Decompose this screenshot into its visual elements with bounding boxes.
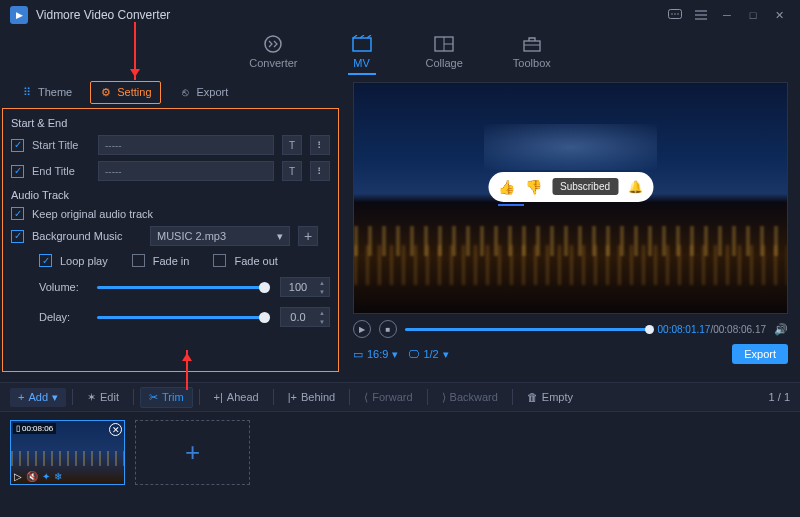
add-button[interactable]: +Add ▾ [10,388,66,407]
start-title-input[interactable]: ----- [98,135,274,155]
behind-icon: |+ [288,391,297,403]
svg-rect-12 [524,41,540,51]
volume-slider[interactable] [97,286,270,289]
toolbox-icon [521,33,543,55]
edit-button[interactable]: ✶Edit [79,388,127,407]
volume-spinner[interactable]: 100 ▲▼ [280,277,330,297]
delay-spinner[interactable]: 0.0 ▲▼ [280,307,330,327]
page-indicator: 1 / 1 [769,391,790,403]
minimize-button[interactable]: ─ [716,7,738,23]
behind-button[interactable]: |+Behind [280,388,344,406]
menu-icon[interactable] [690,7,712,23]
collage-icon [433,33,455,55]
mode-mv[interactable]: MV [348,33,376,75]
mode-toolbox[interactable]: Toolbox [513,33,551,75]
volume-up-icon[interactable]: ▲ [315,278,329,287]
svg-rect-8 [353,38,371,51]
clip-thumbnail[interactable]: ▯00:08:06 ✕ ▷ 🔇 ✦ ❄ [10,420,125,485]
add-music-button[interactable]: + [298,226,318,246]
progress-bar[interactable] [405,328,650,331]
settings-panel: Start & End Start Title ----- T ⠇ End Ti… [2,108,339,372]
delay-label: Delay: [39,311,87,323]
aspect-select[interactable]: ▭16:9 ▾ [353,348,398,361]
scissors-icon: ✂ [149,391,158,404]
mode-converter[interactable]: Converter [249,33,297,75]
chevron-down-icon: ▾ [443,348,449,361]
split-select[interactable]: 🖵1/2 ▾ [408,348,448,361]
thumb-duration: ▯00:08:06 [13,423,56,434]
volume-value: 100 [281,281,315,293]
delay-down-icon[interactable]: ▼ [315,317,329,326]
section-audio-track: Audio Track [11,189,330,201]
bg-music-checkbox[interactable] [11,230,24,243]
tab-export-label: Export [197,86,229,98]
mode-collage[interactable]: Collage [426,33,463,75]
svg-point-1 [671,13,673,15]
thumb-play-icon[interactable]: ▷ [14,471,22,482]
mode-toolbox-label: Toolbox [513,57,551,69]
forward-icon: ⟨ [364,391,368,404]
add-clip-button[interactable]: + [135,420,250,485]
film-icon: ▯ [16,424,20,433]
feedback-icon[interactable] [664,7,686,23]
close-button[interactable]: ✕ [768,7,790,23]
tab-setting[interactable]: ⚙ Setting [90,81,160,104]
fade-in-checkbox[interactable] [132,254,145,267]
bg-music-select[interactable]: MUSIC 2.mp3 ▾ [150,226,290,246]
mv-icon [351,33,373,55]
clip-toolbar: +Add ▾ ✶Edit ✂Trim +|Ahead |+Behind ⟨For… [0,382,800,412]
end-title-checkbox[interactable] [11,165,24,178]
keep-original-label: Keep original audio track [32,208,153,220]
trim-button[interactable]: ✂Trim [140,387,193,408]
tab-export[interactable]: ⎋ Export [171,82,237,103]
volume-down-icon[interactable]: ▼ [315,287,329,296]
app-logo-icon: ▶ [10,6,28,24]
ahead-button[interactable]: +|Ahead [206,388,267,406]
svg-point-2 [674,13,676,15]
loop-play-label: Loop play [60,255,108,267]
aspect-icon: ▭ [353,348,363,361]
stop-button[interactable]: ■ [379,320,397,338]
svg-point-3 [677,13,679,15]
fade-in-label: Fade in [153,255,190,267]
monitor-icon: 🖵 [408,348,419,360]
chevron-down-icon: ▾ [392,348,398,361]
maximize-button[interactable]: □ [742,7,764,23]
start-title-label: Start Title [32,139,90,151]
thumb-remove-button[interactable]: ✕ [109,423,122,436]
thumbs-down-icon: 👎 [525,179,542,195]
end-title-text-button[interactable]: T [282,161,302,181]
end-title-input[interactable]: ----- [98,161,274,181]
video-preview[interactable]: 👍 👎 Subscribed 🔔 [353,82,788,314]
tab-theme[interactable]: ⠿ Theme [12,82,80,103]
backward-button[interactable]: ⟩Backward [434,388,506,407]
mode-collage-label: Collage [426,57,463,69]
start-title-prop-button[interactable]: ⠇ [310,135,330,155]
subscribed-badge: Subscribed [552,178,618,195]
play-button[interactable]: ▶ [353,320,371,338]
thumb-mute-icon[interactable]: 🔇 [26,471,38,482]
keep-original-checkbox[interactable] [11,207,24,220]
export-button[interactable]: Export [732,344,788,364]
delay-slider[interactable] [97,316,270,319]
start-title-text-button[interactable]: T [282,135,302,155]
loop-play-checkbox[interactable] [39,254,52,267]
fade-out-checkbox[interactable] [213,254,226,267]
thumb-effect-icon[interactable]: ❄ [54,471,62,482]
theme-icon: ⠿ [20,86,33,99]
volume-label: Volume: [39,281,87,293]
subscribe-overlay: 👍 👎 Subscribed 🔔 [488,172,653,202]
start-title-checkbox[interactable] [11,139,24,152]
thumb-star-icon[interactable]: ✦ [42,471,50,482]
volume-icon[interactable]: 🔊 [774,323,788,336]
bg-music-value: MUSIC 2.mp3 [157,230,226,242]
tab-setting-label: Setting [117,86,151,98]
chevron-down-icon: ▾ [52,391,58,404]
delay-up-icon[interactable]: ▲ [315,308,329,317]
forward-button[interactable]: ⟨Forward [356,388,420,407]
chevron-down-icon: ▾ [277,230,283,243]
end-title-prop-button[interactable]: ⠇ [310,161,330,181]
end-title-label: End Title [32,165,90,177]
empty-button[interactable]: 🗑Empty [519,388,581,406]
mode-mv-label: MV [353,57,370,69]
